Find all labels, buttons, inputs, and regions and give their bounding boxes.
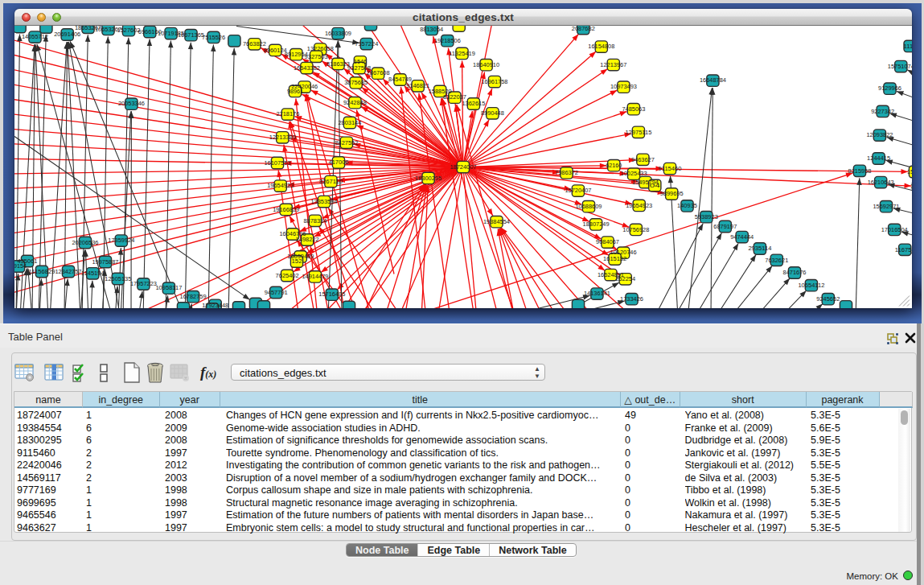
svg-text:1733426: 1733426: [620, 295, 643, 301]
svg-text:2718176: 2718176: [276, 111, 299, 117]
svg-text:1546: 1546: [354, 59, 367, 64]
svg-text:10973493: 10973493: [610, 84, 637, 89]
svg-text:7515526: 7515526: [202, 34, 225, 39]
svg-text:19218506: 19218506: [434, 37, 461, 43]
svg-text:1527602: 1527602: [117, 27, 141, 32]
svg-text:8471676: 8471676: [783, 270, 807, 275]
svg-text:8322037: 8322037: [443, 94, 466, 100]
svg-text:8267110: 8267110: [319, 178, 343, 183]
svg-text:2803144: 2803144: [338, 119, 361, 125]
svg-text:17016504: 17016504: [881, 226, 908, 232]
svg-text:8215958: 8215958: [848, 167, 872, 173]
svg-text:1588520: 1588520: [429, 88, 452, 93]
svg-text:1145194: 1145194: [81, 270, 105, 276]
svg-text:8878334: 8878334: [303, 217, 326, 223]
svg-text:14136141: 14136141: [584, 290, 610, 296]
svg-text:16046796: 16046796: [280, 231, 306, 237]
svg-text:9242848: 9242848: [343, 99, 367, 105]
svg-text:16543382: 16543382: [294, 64, 320, 70]
svg-text:19166829: 19166829: [273, 206, 299, 212]
svg-text:12213967: 12213967: [600, 61, 626, 67]
svg-text:18807249: 18807249: [583, 221, 610, 227]
svg-text:19654923: 19654923: [626, 202, 652, 208]
svg-text:10120746: 10120746: [610, 249, 637, 255]
svg-text:9457791: 9457791: [265, 289, 288, 295]
svg-text:62160: 62160: [606, 162, 622, 167]
svg-text:7357224: 7357224: [355, 40, 378, 46]
svg-text:20206536: 20206536: [72, 239, 99, 245]
svg-text:116753: 116753: [895, 246, 912, 252]
svg-text:15720407: 15720407: [565, 187, 591, 193]
svg-text:140935: 140935: [677, 203, 697, 208]
svg-text:18724007: 18724007: [450, 163, 476, 169]
svg-text:16782759: 16782759: [180, 293, 207, 299]
svg-text:19975887: 19975887: [92, 258, 119, 264]
svg-text:15938: 15938: [907, 168, 912, 174]
svg-text:12975115: 12975115: [625, 129, 651, 134]
svg-text:8813054: 8813054: [420, 26, 443, 31]
svg-text:16033809: 16033809: [325, 30, 351, 35]
svg-text:39154: 39154: [14, 263, 27, 269]
svg-text:15692971: 15692971: [873, 203, 900, 208]
svg-text:98961: 98961: [287, 88, 303, 93]
svg-text:9899695: 9899695: [660, 191, 684, 196]
svg-text:04: 04: [650, 182, 660, 187]
svg-text:6879197: 6879197: [713, 223, 737, 229]
svg-text:7485063: 7485063: [622, 105, 645, 111]
svg-text:9245652: 9245652: [816, 295, 840, 301]
svg-text:15751074: 15751074: [888, 63, 912, 68]
svg-text:7625402: 7625402: [276, 272, 299, 278]
svg-text:12505135: 12505135: [105, 275, 131, 281]
svg-text:20053346: 20053346: [118, 101, 145, 106]
svg-text:13220: 13220: [910, 183, 912, 188]
svg-text:7986372: 7986372: [555, 170, 578, 175]
svg-text:11325419: 11325419: [449, 50, 475, 56]
svg-text:7632621: 7632621: [765, 257, 788, 262]
svg-text:7663822: 7663822: [243, 41, 266, 47]
svg-text:3875685: 3875685: [344, 80, 368, 85]
svg-text:1112: 1112: [904, 43, 912, 48]
svg-text:20691406: 20691406: [54, 31, 80, 37]
svg-text:17359924: 17359924: [108, 237, 134, 243]
svg-text:16648784: 16648784: [700, 77, 726, 83]
svg-text:8960124: 8960124: [264, 47, 287, 52]
svg-text:14914479: 14914479: [302, 274, 328, 279]
svg-text:10958117: 10958117: [155, 285, 182, 290]
svg-text:1498222: 1498222: [296, 237, 319, 242]
svg-text:2087682: 2087682: [572, 26, 595, 31]
svg-text:8990448: 8990448: [481, 110, 504, 116]
svg-text:9227342: 9227342: [871, 108, 894, 113]
svg-text:13226058: 13226058: [307, 46, 334, 51]
svg-text:252254: 252254: [615, 276, 635, 282]
svg-text:15716485: 15716485: [318, 291, 345, 297]
svg-text:10025433: 10025433: [621, 171, 647, 176]
svg-text:1362615: 1362615: [462, 101, 485, 106]
svg-text:8427552: 8427552: [335, 139, 358, 145]
svg-text:9129966: 9129966: [878, 85, 901, 91]
svg-text:1244415: 1244415: [867, 155, 890, 161]
svg-text:5938923: 5938923: [695, 213, 718, 219]
svg-text:8186323: 8186323: [326, 60, 350, 66]
svg-text:9474444: 9474444: [730, 233, 754, 239]
svg-text:16107553: 16107553: [265, 159, 291, 165]
svg-text:14055712: 14055712: [22, 34, 48, 39]
svg-text:12923448: 12923448: [202, 302, 228, 307]
svg-text:16961758: 16961758: [482, 78, 508, 84]
svg-text:9115460: 9115460: [659, 165, 682, 171]
svg-text:19654923: 19654923: [267, 183, 294, 188]
svg-text:9146821: 9146821: [406, 83, 429, 89]
svg-text:8454749: 8454749: [388, 76, 412, 82]
svg-text:2867608: 2867608: [367, 70, 390, 76]
svg-text:12093822: 12093822: [866, 132, 893, 138]
svg-text:12213389: 12213389: [269, 134, 296, 140]
svg-text:17957223: 17957223: [130, 281, 157, 286]
svg-text:2935114: 2935114: [748, 245, 771, 251]
svg-text:1615132: 1615132: [603, 256, 626, 262]
svg-text:9463627: 9463627: [631, 156, 655, 162]
svg-text:18640910: 18640910: [473, 61, 499, 67]
svg-text:152: 152: [292, 258, 302, 264]
svg-text:16154808: 16154808: [588, 43, 614, 49]
svg-text:10688609: 10688609: [576, 203, 602, 208]
svg-text:19384554: 19384554: [483, 218, 510, 224]
svg-text:417006: 417006: [329, 159, 349, 165]
